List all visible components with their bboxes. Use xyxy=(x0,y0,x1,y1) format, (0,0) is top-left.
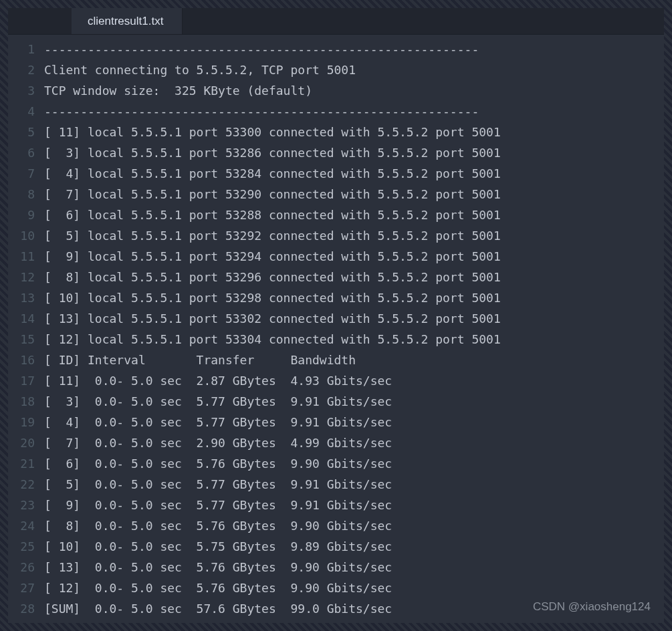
line-number: 16 xyxy=(8,350,35,370)
code-line[interactable]: [ 4] 0.0- 5.0 sec 5.77 GBytes 9.91 Gbits… xyxy=(44,412,664,432)
line-number: 28 xyxy=(8,598,35,619)
code-line[interactable]: [ 3] local 5.5.5.1 port 53286 connected … xyxy=(44,142,664,163)
line-number: 21 xyxy=(8,453,35,474)
line-number: 20 xyxy=(8,432,35,453)
file-tab-label: clientresult1.txt xyxy=(88,15,163,28)
line-number: 5 xyxy=(8,122,35,142)
line-number: 27 xyxy=(8,578,35,598)
line-number: 17 xyxy=(8,370,35,391)
line-number-gutter: 1234567891011121314151617181920212223242… xyxy=(8,39,44,623)
line-number: 19 xyxy=(8,412,35,432)
code-line[interactable]: Client connecting to 5.5.5.2, TCP port 5… xyxy=(44,59,664,80)
code-lines[interactable]: ----------------------------------------… xyxy=(44,39,664,623)
code-line[interactable]: [ 6] 0.0- 5.0 sec 5.76 GBytes 9.90 Gbits… xyxy=(44,453,664,474)
code-line[interactable]: [ 7] 0.0- 5.0 sec 2.90 GBytes 4.99 Gbits… xyxy=(44,432,664,453)
line-number: 18 xyxy=(8,391,35,412)
code-line[interactable]: [ 12] 0.0- 5.0 sec 5.76 GBytes 9.90 Gbit… xyxy=(44,578,664,598)
line-number: 1 xyxy=(8,39,35,59)
line-number: 22 xyxy=(8,474,35,495)
code-line[interactable]: [ 12] local 5.5.5.1 port 53304 connected… xyxy=(44,329,664,350)
line-number: 25 xyxy=(8,536,35,557)
line-number: 26 xyxy=(8,557,35,578)
editor-pane: clientresult1.txt 1234567891011121314151… xyxy=(8,8,664,623)
code-line[interactable]: [ 10] local 5.5.5.1 port 53298 connected… xyxy=(44,287,664,308)
code-line[interactable]: [ 5] 0.0- 5.0 sec 5.77 GBytes 9.91 Gbits… xyxy=(44,474,664,495)
window-frame: clientresult1.txt 1234567891011121314151… xyxy=(0,0,672,631)
line-number: 3 xyxy=(8,80,35,101)
code-line[interactable]: [ 3] 0.0- 5.0 sec 5.77 GBytes 9.91 Gbits… xyxy=(44,391,664,412)
code-line[interactable]: [ 9] local 5.5.5.1 port 53294 connected … xyxy=(44,246,664,267)
code-line[interactable]: [ 10] 0.0- 5.0 sec 5.75 GBytes 9.89 Gbit… xyxy=(44,536,664,557)
line-number: 11 xyxy=(8,246,35,267)
line-number: 4 xyxy=(8,101,35,122)
code-line[interactable]: ----------------------------------------… xyxy=(44,39,664,59)
line-number: 8 xyxy=(8,184,35,205)
tab-spacer xyxy=(8,8,72,34)
code-line[interactable]: [ 9] 0.0- 5.0 sec 5.77 GBytes 9.91 Gbits… xyxy=(44,495,664,515)
line-number: 13 xyxy=(8,287,35,308)
code-line[interactable]: [ 6] local 5.5.5.1 port 53288 connected … xyxy=(44,205,664,225)
line-number: 7 xyxy=(8,163,35,184)
line-number: 6 xyxy=(8,142,35,163)
line-number: 2 xyxy=(8,59,35,80)
code-line[interactable]: [ 13] 0.0- 5.0 sec 5.76 GBytes 9.90 Gbit… xyxy=(44,557,664,578)
line-number: 14 xyxy=(8,308,35,329)
code-area[interactable]: 1234567891011121314151617181920212223242… xyxy=(8,35,664,623)
line-number: 12 xyxy=(8,267,35,287)
file-tab-active[interactable]: clientresult1.txt xyxy=(72,8,183,34)
code-line[interactable]: TCP window size: 325 KByte (default) xyxy=(44,80,664,101)
line-number: 9 xyxy=(8,205,35,225)
code-line[interactable]: [ 4] local 5.5.5.1 port 53284 connected … xyxy=(44,163,664,184)
code-line[interactable]: [ 5] local 5.5.5.1 port 53292 connected … xyxy=(44,225,664,246)
code-line[interactable]: ----------------------------------------… xyxy=(44,101,664,122)
watermark-text: CSDN @xiaosheng124 xyxy=(533,600,651,614)
line-number: 24 xyxy=(8,515,35,536)
code-line[interactable]: [ 11] 0.0- 5.0 sec 2.87 GBytes 4.93 Gbit… xyxy=(44,370,664,391)
line-number: 10 xyxy=(8,225,35,246)
line-number: 23 xyxy=(8,495,35,515)
tab-bar: clientresult1.txt xyxy=(8,8,664,35)
code-line[interactable]: [ 8] local 5.5.5.1 port 53296 connected … xyxy=(44,267,664,287)
line-number: 15 xyxy=(8,329,35,350)
code-line[interactable]: [ 13] local 5.5.5.1 port 53302 connected… xyxy=(44,308,664,329)
code-line[interactable]: [ 11] local 5.5.5.1 port 53300 connected… xyxy=(44,122,664,142)
code-line[interactable]: [ 7] local 5.5.5.1 port 53290 connected … xyxy=(44,184,664,205)
code-line[interactable]: [ ID] Interval Transfer Bandwidth xyxy=(44,350,664,370)
code-line[interactable]: [ 8] 0.0- 5.0 sec 5.76 GBytes 9.90 Gbits… xyxy=(44,515,664,536)
